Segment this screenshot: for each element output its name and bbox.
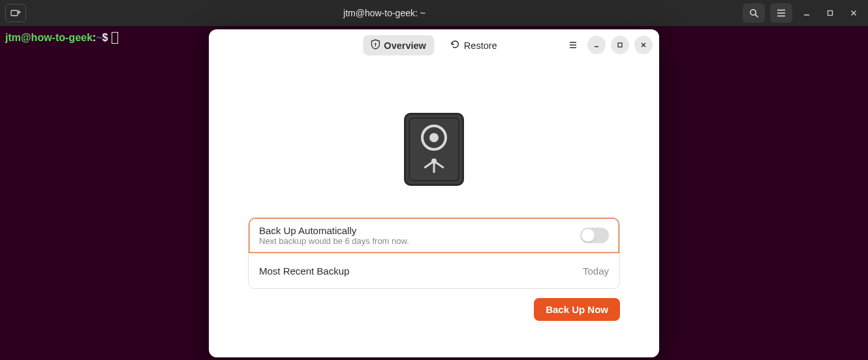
- svg-rect-7: [828, 11, 833, 16]
- hamburger-menu-button[interactable]: [770, 3, 792, 23]
- close-button[interactable]: [845, 4, 863, 22]
- app-menu-button[interactable]: [564, 36, 582, 54]
- app-close-button[interactable]: [634, 36, 653, 54]
- prompt-path: ~: [96, 31, 102, 44]
- recent-backup-label: Most Recent Backup: [259, 265, 349, 277]
- svg-line-2: [755, 14, 758, 17]
- auto-backup-toggle[interactable]: [580, 228, 609, 243]
- search-button[interactable]: [743, 3, 765, 23]
- backup-app-icon: [404, 113, 464, 186]
- terminal-cursor: [112, 32, 118, 44]
- svg-rect-16: [618, 43, 622, 47]
- tab-overview[interactable]: Overview: [363, 35, 434, 55]
- backup-header: Overview Restore: [209, 29, 659, 61]
- overview-icon: [371, 39, 380, 52]
- backup-now-button[interactable]: Back Up Now: [534, 298, 620, 321]
- safe-handle-icon: [421, 157, 447, 174]
- minimize-button[interactable]: [798, 4, 816, 22]
- view-switcher: Overview Restore: [363, 35, 504, 55]
- svg-point-10: [375, 43, 376, 44]
- backup-window: Overview Restore: [209, 29, 659, 357]
- app-maximize-button[interactable]: [611, 36, 629, 54]
- new-tab-button[interactable]: [5, 4, 26, 22]
- tab-overview-label: Overview: [384, 40, 426, 51]
- terminal-header: jtm@how-to-geek: ~: [0, 0, 868, 26]
- prompt-dollar: $: [102, 31, 108, 44]
- maximize-button[interactable]: [821, 4, 839, 22]
- backup-body: Back Up Automatically Next backup would …: [209, 61, 659, 357]
- tab-restore-label: Restore: [464, 40, 497, 51]
- action-row: Back Up Now: [248, 298, 620, 321]
- auto-backup-subtitle: Next backup would be 6 days from now.: [259, 236, 409, 246]
- row-auto-backup[interactable]: Back Up Automatically Next backup would …: [249, 218, 619, 253]
- terminal-title: jtm@how-to-geek: ~: [31, 8, 737, 18]
- settings-panel: Back Up Automatically Next backup would …: [248, 217, 620, 289]
- prompt-user: jtm@how-to-geek: [5, 31, 93, 44]
- svg-rect-0: [11, 10, 18, 16]
- restore-icon: [450, 39, 460, 52]
- recent-backup-value: Today: [583, 265, 609, 277]
- row-recent-backup[interactable]: Most Recent Backup Today: [249, 253, 619, 288]
- tab-restore[interactable]: Restore: [442, 35, 505, 55]
- auto-backup-title: Back Up Automatically: [259, 225, 409, 236]
- app-minimize-button[interactable]: [587, 36, 606, 54]
- safe-dial-icon: [421, 125, 447, 151]
